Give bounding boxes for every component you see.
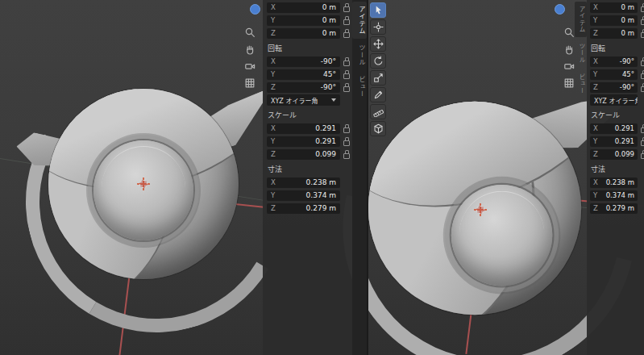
position-y-field[interactable]: Y 0 m bbox=[267, 15, 340, 26]
rotation-y-field[interactable]: Y 45° bbox=[267, 69, 340, 80]
position-x-field[interactable]: X 0 m bbox=[267, 2, 340, 13]
field-value: 0.374 m bbox=[606, 191, 634, 199]
annotate-tool-button[interactable] bbox=[370, 87, 386, 102]
axis-label: Z bbox=[593, 83, 598, 91]
navigation-gizmo-dot[interactable] bbox=[250, 4, 260, 15]
rotation-z-row: Z -90° bbox=[590, 81, 644, 93]
zoom-icon[interactable] bbox=[563, 26, 575, 39]
zoom-icon[interactable] bbox=[243, 26, 256, 39]
chevron-down-icon bbox=[331, 98, 336, 102]
dimensions-z-field[interactable]: Z 0.279 m bbox=[267, 203, 340, 214]
tab-view[interactable]: ビュー bbox=[352, 72, 367, 102]
camera-view-icon[interactable] bbox=[563, 60, 575, 73]
scale-y-field[interactable]: Y 0.291 bbox=[590, 136, 638, 147]
lock-open-icon[interactable] bbox=[640, 83, 644, 92]
lock-open-icon[interactable] bbox=[343, 150, 350, 159]
rotation-y-field[interactable]: Y 45° bbox=[590, 69, 638, 80]
tab-item[interactable]: アイテム bbox=[575, 2, 587, 37]
pan-hand-icon[interactable] bbox=[563, 43, 575, 56]
axis-label: Z bbox=[593, 150, 598, 158]
viewport-nav-controls-left bbox=[243, 26, 256, 90]
lock-open-icon[interactable] bbox=[343, 29, 350, 38]
lock-open-icon[interactable] bbox=[640, 124, 644, 133]
rotation-z-field[interactable]: Z -90° bbox=[590, 82, 638, 93]
lock-open-icon[interactable] bbox=[343, 3, 350, 12]
viewport-nav-controls-right bbox=[563, 26, 575, 90]
rotation-x-row: X -90° bbox=[267, 56, 350, 67]
lock-open-icon[interactable] bbox=[640, 137, 644, 146]
position-z-field[interactable]: Z 0 m bbox=[267, 28, 340, 39]
axis-label: X bbox=[271, 178, 276, 186]
scale-x-field[interactable]: X 0.291 bbox=[590, 123, 638, 134]
position-z-row: Z 0 m bbox=[590, 27, 644, 39]
position-z-field[interactable]: Z 0 m bbox=[590, 28, 638, 39]
lock-open-icon[interactable] bbox=[343, 83, 350, 92]
dimensions-section-label: 寸法 bbox=[591, 164, 644, 174]
scale-tool-button[interactable] bbox=[370, 70, 386, 86]
scale-z-field[interactable]: Z 0.099 bbox=[590, 149, 638, 160]
rotation-z-field[interactable]: Z -90° bbox=[267, 82, 340, 93]
lock-open-icon[interactable] bbox=[640, 29, 644, 38]
lock-open-icon[interactable] bbox=[640, 3, 644, 12]
field-value: 0 m bbox=[322, 29, 336, 37]
rotation-mode-row: XYZ オイラー角 bbox=[267, 94, 350, 106]
dimensions-x-field[interactable]: X 0.238 m bbox=[590, 178, 638, 188]
field-value: -90° bbox=[321, 57, 336, 65]
rotation-mode-value: XYZ オイラー角 bbox=[271, 96, 318, 105]
sidebar-tab-strip-right: アイテム ツール ビュー bbox=[575, 0, 587, 355]
position-y-field[interactable]: Y 0 m bbox=[590, 15, 638, 26]
lock-open-icon[interactable] bbox=[343, 124, 350, 133]
dimensions-x-row: X 0.238 m bbox=[590, 177, 644, 188]
axis-label: Y bbox=[271, 191, 275, 199]
dimensions-y-field[interactable]: Y 0.374 m bbox=[590, 190, 638, 201]
editor-divider[interactable] bbox=[367, 0, 368, 355]
lock-open-icon[interactable] bbox=[343, 70, 350, 79]
lock-open-icon[interactable] bbox=[343, 57, 350, 66]
lock-open-icon[interactable] bbox=[640, 150, 644, 159]
field-value: 45° bbox=[622, 70, 634, 78]
navigation-gizmo-dot[interactable] bbox=[555, 4, 565, 15]
rotation-z-row: Z -90° bbox=[267, 81, 350, 93]
rotation-y-row: Y 45° bbox=[590, 69, 644, 80]
field-value: 45° bbox=[323, 70, 336, 78]
rotate-tool-button[interactable] bbox=[370, 53, 386, 69]
add-cube-tool-button[interactable] bbox=[370, 121, 386, 136]
pan-hand-icon[interactable] bbox=[243, 43, 256, 56]
tab-view[interactable]: ビュー bbox=[575, 69, 587, 98]
scale-z-field[interactable]: Z 0.099 bbox=[267, 149, 340, 160]
rotation-x-field[interactable]: X -90° bbox=[590, 56, 638, 67]
cursor-tool-button[interactable] bbox=[370, 19, 386, 35]
lock-open-icon[interactable] bbox=[343, 16, 350, 25]
dimensions-x-field[interactable]: X 0.238 m bbox=[267, 178, 340, 188]
field-value: -90° bbox=[321, 83, 336, 91]
measure-tool-button[interactable] bbox=[370, 104, 386, 119]
scale-y-field[interactable]: Y 0.291 bbox=[267, 136, 340, 147]
lock-open-icon[interactable] bbox=[640, 16, 644, 25]
rotation-mode-dropdown[interactable]: XYZ オイラー角 bbox=[267, 94, 340, 106]
rotation-y-row: Y 45° bbox=[267, 69, 350, 80]
lock-open-icon[interactable] bbox=[640, 57, 644, 66]
rotation-section-label: 回転 bbox=[591, 43, 644, 53]
scale-x-field[interactable]: X 0.291 bbox=[267, 123, 340, 134]
orthographic-grid-icon[interactable] bbox=[243, 77, 256, 90]
tab-tool[interactable]: ツール bbox=[352, 40, 367, 70]
position-x-field[interactable]: X 0 m bbox=[590, 2, 638, 13]
rotation-x-field[interactable]: X -90° bbox=[267, 56, 340, 67]
tab-item[interactable]: アイテム bbox=[352, 2, 367, 39]
dimensions-y-row: Y 0.374 m bbox=[267, 190, 350, 201]
lock-open-icon[interactable] bbox=[640, 70, 644, 79]
select-tool-button[interactable] bbox=[370, 2, 386, 18]
dimensions-y-field[interactable]: Y 0.374 m bbox=[267, 190, 340, 201]
sidebar-tab-strip-left: アイテム ツール ビュー bbox=[352, 0, 367, 355]
orthographic-grid-icon[interactable] bbox=[563, 77, 575, 90]
rotation-mode-dropdown[interactable]: XYZ オイラー角 bbox=[590, 94, 638, 106]
camera-view-icon[interactable] bbox=[243, 60, 256, 73]
scale-x-row: X 0.291 bbox=[590, 123, 644, 134]
move-tool-button[interactable] bbox=[370, 36, 386, 52]
tab-tool[interactable]: ツール bbox=[575, 39, 587, 68]
field-value: 0 m bbox=[621, 29, 634, 37]
lock-open-icon[interactable] bbox=[343, 137, 350, 146]
field-value: 0.099 bbox=[615, 150, 634, 158]
dimensions-z-field[interactable]: Z 0.279 m bbox=[590, 203, 638, 214]
axis-label: Y bbox=[593, 70, 597, 78]
